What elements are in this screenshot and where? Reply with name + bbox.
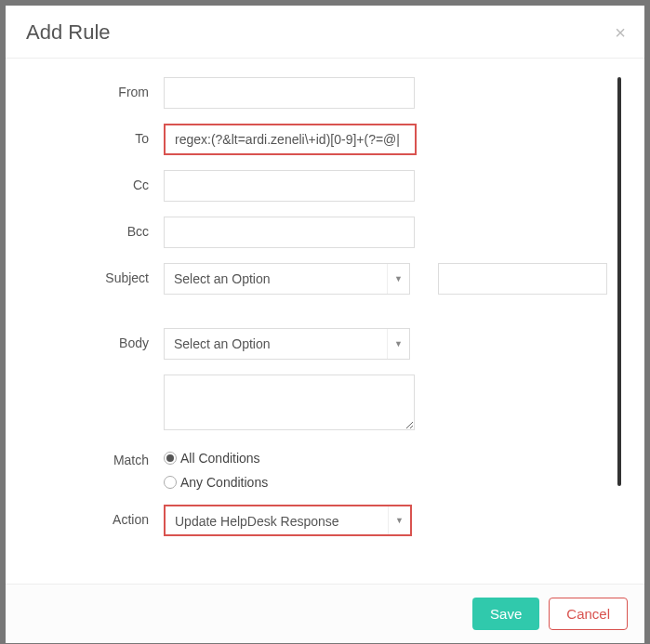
subject-text-input[interactable] — [438, 263, 607, 295]
row-to: To — [24, 124, 607, 155]
label-action: Action — [24, 505, 164, 527]
row-bcc: Bcc — [24, 217, 607, 248]
label-bcc: Bcc — [24, 217, 164, 239]
row-body-text — [24, 375, 607, 430]
cc-input[interactable] — [164, 170, 415, 202]
chevron-down-icon: ▼ — [388, 506, 410, 534]
subject-select[interactable]: Select an Option ▼ — [164, 263, 410, 295]
close-icon[interactable]: × — [615, 23, 626, 42]
chevron-down-icon: ▼ — [387, 264, 409, 294]
label-from: From — [24, 77, 164, 99]
scrollbar[interactable] — [617, 77, 621, 486]
radio-any-conditions[interactable]: Any Conditions — [164, 475, 268, 490]
modal-header: Add Rule × — [6, 6, 644, 59]
body-select[interactable]: Select an Option ▼ — [164, 328, 410, 360]
radio-all-label: All Conditions — [180, 451, 260, 466]
row-from: From — [24, 77, 607, 109]
radio-any-label: Any Conditions — [180, 475, 268, 490]
bcc-input[interactable] — [164, 217, 415, 248]
row-match: Match All Conditions Any Conditions — [24, 445, 607, 490]
to-input[interactable] — [164, 124, 417, 155]
match-radio-group: All Conditions Any Conditions — [164, 445, 268, 490]
label-match: Match — [24, 445, 164, 467]
row-action: Action Update HelpDesk Response ▼ — [24, 505, 607, 536]
body-textarea[interactable] — [164, 375, 415, 430]
modal-body: From To Cc Bcc Subject — [6, 59, 644, 584]
from-input[interactable] — [164, 77, 415, 109]
row-subject: Subject Select an Option ▼ — [24, 263, 607, 295]
modal-title: Add Rule — [26, 20, 111, 45]
subject-select-value: Select an Option — [174, 271, 271, 286]
label-body: Body — [24, 328, 164, 350]
row-body-select: Body Select an Option ▼ — [24, 328, 607, 360]
radio-all-conditions[interactable]: All Conditions — [164, 451, 268, 466]
chevron-down-icon: ▼ — [387, 329, 409, 359]
modal-footer: Save Cancel — [6, 584, 644, 643]
add-rule-modal: Add Rule × From To Cc Bcc — [6, 6, 644, 643]
cancel-button[interactable]: Cancel — [549, 598, 628, 630]
action-select-value: Update HelpDesk Response — [175, 514, 339, 529]
row-cc: Cc — [24, 170, 607, 202]
save-button[interactable]: Save — [472, 598, 539, 630]
label-subject: Subject — [24, 263, 164, 285]
label-cc: Cc — [24, 170, 164, 192]
body-select-value: Select an Option — [174, 336, 271, 351]
radio-icon — [164, 452, 177, 465]
label-to: To — [24, 124, 164, 146]
radio-icon — [164, 476, 177, 489]
action-select[interactable]: Update HelpDesk Response ▼ — [164, 505, 412, 536]
